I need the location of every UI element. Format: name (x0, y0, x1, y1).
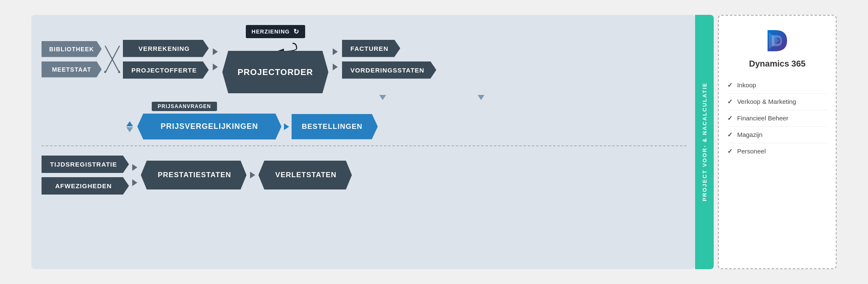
arrow-to-vorderingen (333, 64, 338, 70)
to-right-arrows (333, 48, 338, 70)
arrow-top-right (213, 48, 218, 55)
sidebar-label: PROJECT VOOR- & NACALCULATIE (701, 82, 708, 201)
projectorder-node: PROJECTORDER (222, 51, 328, 93)
checklist-item-personeel: ✓ Personeel (727, 143, 827, 159)
bottom-arrows-1 (132, 164, 137, 186)
prijsvergelijkingen-row: PRIJSVERGELIJKINGEN BESTELLINGEN (126, 114, 661, 139)
tri-down-1 (379, 95, 386, 100)
tri-down-2 (478, 95, 484, 100)
tri-down-blue (126, 127, 133, 132)
arrow-to-bestellingen (284, 123, 289, 130)
herziening-arrow (250, 40, 301, 53)
dynamics-logo (762, 26, 792, 56)
facturen-column: FACTUREN VORDERINGSSTATEN (342, 40, 437, 79)
dynamics-title: Dynamics 365 (749, 59, 805, 69)
vorderingsstaten-node: VORDERINGSSTATEN (342, 61, 437, 79)
tri-up-blue (126, 121, 133, 126)
dashed-separator (42, 145, 687, 146)
arrow-to-facturen (333, 48, 338, 55)
tijdsregistratie-node: TIJDSREGISTRATIE (42, 156, 129, 173)
top-flow: BIBLIOTHEEK MEETSTAAT VERREKENING (42, 25, 687, 93)
green-sidebar: PROJECT VOOR- & NACALCULATIE (695, 15, 714, 269)
check-icon-5: ✓ (727, 148, 733, 155)
herziening-badge: HERZIENING ↻ (246, 25, 305, 38)
prijsvergelijkingen-node: PRIJSVERGELIJKINGEN (137, 114, 281, 139)
source-column: BIBLIOTHEEK MEETSTAAT (42, 41, 102, 78)
check-icon-4: ✓ (727, 131, 733, 138)
facturen-node: FACTUREN (342, 40, 401, 57)
verrekening-node: VERREKENING (123, 40, 209, 57)
down-arrows-2 (478, 95, 484, 100)
checklist-item-magazijn: ✓ Magazijn (727, 126, 827, 143)
bottom-arrow-2 (250, 172, 255, 178)
arrow-bottom-right (213, 64, 218, 70)
diagram-area: BIBLIOTHEEK MEETSTAAT VERREKENING (31, 15, 695, 269)
to-projectorder-arrows (213, 48, 218, 70)
checklist-item-financieel: ✓ Financieel Beheer (727, 110, 827, 126)
herziening-wrapper-inner: HERZIENING ↻ (246, 25, 305, 49)
down-arrows (379, 95, 386, 100)
dynamics-panel: Dynamics 365 ✓ Inkoop ✓ Verkoop & Market… (718, 15, 837, 269)
check-icon-3: ✓ (727, 114, 733, 122)
projectofferte-node: PROJECTOFFERTE (123, 61, 209, 79)
up-down-arrows (126, 121, 133, 132)
verletstaten-node: VERLETSTATEN (259, 161, 352, 189)
bibliotheek-node: BIBLIOTHEEK (42, 41, 102, 57)
bottom-section: TIJDSREGISTRATIE AFWEZIGHEDEN PRESTATIES… (42, 156, 687, 195)
verrekening-column: VERREKENING PROJECTOFFERTE (123, 40, 209, 79)
prestatiestaten-node: PRESTATIESTATEN (141, 161, 246, 189)
meetstaat-node: MEETSTAAT (42, 61, 102, 78)
check-icon-2: ✓ (727, 98, 733, 105)
prijzen-column: PRIJSAANVRAGEN PRIJSVERGELIJKINGEN BESTE… (126, 102, 661, 139)
checklist-item-verkoop: ✓ Verkoop & Marketing (727, 93, 827, 110)
projectorder-column: HERZIENING ↻ PROJECTORDER (222, 25, 328, 93)
arr-to-prestatie-top (132, 164, 137, 171)
dynamics-checklist: ✓ Inkoop ✓ Verkoop & Marketing ✓ Financi… (727, 77, 827, 159)
bestellingen-node: BESTELLINGEN (292, 114, 378, 139)
bottom-source-col: TIJDSREGISTRATIE AFWEZIGHEDEN (42, 156, 129, 195)
vert-arrows-top (42, 95, 687, 100)
x-connector (104, 45, 120, 74)
arr-to-prestatie-bot (132, 179, 137, 186)
prijsaanvragen-badge: PRIJSAANVRAGEN (152, 102, 217, 111)
refresh-icon: ↻ (293, 28, 299, 36)
arr-to-verlет (250, 172, 255, 178)
checklist-item-inkoop: ✓ Inkoop (727, 77, 827, 93)
prijsaanvragen-row: PRIJSAANVRAGEN (126, 102, 661, 112)
middle-section: PRIJSAANVRAGEN PRIJSVERGELIJKINGEN BESTE… (126, 102, 661, 139)
check-icon-1: ✓ (727, 81, 733, 89)
afwezigheden-node: AFWEZIGHEDEN (42, 177, 129, 195)
